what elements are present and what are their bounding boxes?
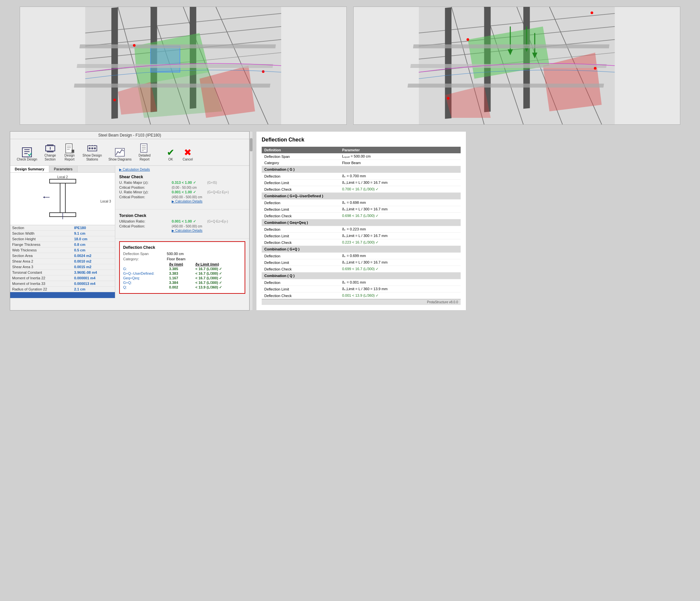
combination-row: Deflection Check0.698 < 16.7 (L/300) ✓	[262, 213, 461, 219]
combination-row: Deflectionδᵥ = 0.001 mm	[262, 279, 461, 286]
section-prop-row: SectionIPE180	[10, 225, 115, 231]
content-area: Design Summary Parameters Local 2 Local …	[10, 166, 249, 298]
section-prop-row: Moment of Inertia 330.000013 m4	[10, 281, 115, 286]
right-panel-title: Deflection Check	[262, 137, 461, 143]
footer-text: ProtaStructure v8.0.0	[427, 300, 458, 304]
ok-button[interactable]: ✔ OK	[163, 146, 179, 163]
shear-minor-row: U. Ratio Minor (y): 0.001 < 1.00 ✓ (G+Q+…	[119, 190, 245, 194]
torsion-check-section: Torsion Check Utilization Ratio: 0.001 <…	[115, 211, 249, 237]
col-parameter: Parameter	[340, 147, 461, 153]
combination-row: Deflection Check0.699 < 16.7 (L/300) ✓	[262, 266, 461, 272]
svg-point-22	[113, 98, 116, 101]
combination-row: Deflectionδᵥ = 0.223 mm	[262, 226, 461, 233]
section-properties-table: SectionIPE180Section Width9.1 cmSection …	[10, 225, 115, 292]
design-report-icon	[64, 143, 75, 154]
deflection-row: G+Q--UserDefined:3.383< 16.7 (L/300) ✓	[123, 272, 241, 276]
combination-header: Combination ( G+Q )	[262, 246, 461, 253]
divider-1	[115, 209, 249, 209]
right-basic-row: CategoryFloor Beam	[262, 160, 461, 166]
svg-rect-63	[72, 150, 74, 153]
combination-row: Deflection Limitδᵥ,Limit = L / 300 = 16.…	[262, 206, 461, 213]
svg-point-47	[467, 38, 469, 41]
section-prop-row: Moment of Inertia 220.000001 m4	[10, 275, 115, 281]
shear-check-title: Shear Check	[119, 175, 245, 179]
combination-row: Deflection Limitδᵥ,Limit = L / 360 = 13.…	[262, 286, 461, 293]
scrollbar-thumb[interactable]	[250, 138, 252, 151]
show-diagrams-button[interactable]: Show Diagrams	[106, 146, 134, 163]
detailed-report-label: DetailedReport	[139, 154, 151, 161]
deflection-row: Q:0.002< 13.9 (L/360) ✓	[123, 285, 241, 290]
svg-rect-19	[74, 84, 270, 87]
show-diagrams-icon	[115, 147, 125, 157]
svg-rect-45	[410, 64, 607, 68]
check-design-button[interactable]: Check Design	[14, 146, 40, 163]
scrollbar[interactable]	[250, 131, 253, 310]
svg-point-48	[594, 67, 597, 70]
shear-check-section: Shear Check U. Ratio Major (z): 0.313 < …	[115, 172, 249, 208]
detailed-report-button[interactable]: DetailedReport	[135, 142, 154, 163]
main-left-panel: Steel Beam Design - F103 (IPE180) Check …	[10, 131, 250, 310]
change-section-icon	[45, 143, 55, 154]
tab-design-summary[interactable]: Design Summary	[10, 166, 49, 172]
combination-row: Deflection Check0.700 < 16.7 (L/300) ✓	[262, 186, 461, 193]
calc-details-link-shear[interactable]: ▶ Calculation Details	[172, 200, 245, 203]
combination-header: Combination ( G+Q--UserDefined )	[262, 193, 461, 200]
design-report-button[interactable]: DesignReport	[60, 142, 78, 163]
combination-row: Deflection Check0.001 < 13.9 (L/360) ✓	[262, 293, 461, 299]
section-drawing: Local 2 Local 3	[10, 173, 115, 225]
ibeam-drawing	[43, 176, 82, 222]
combination-row: Deflection Limitδᵥ,Limit = L / 300 = 16.…	[262, 259, 461, 266]
section-prop-row: Section Width9.1 cm	[10, 231, 115, 236]
calc-details-link-torsion[interactable]: ▶ Calculation Details	[172, 229, 245, 232]
beam-svg-1	[20, 7, 346, 124]
svg-rect-78	[60, 183, 65, 213]
deflection-category-info: Category: Floor Beam	[123, 257, 241, 261]
shear-major-pos-row: Critical Position: (0.00 - 50.00) cm	[119, 185, 245, 190]
deflection-rows: G:3.385< 16.7 (L/300) ✓G+Q--UserDefined:…	[123, 267, 241, 290]
col-definition: Definition	[262, 147, 340, 153]
check-design-label: Check Design	[17, 157, 37, 161]
beam-view-1	[20, 6, 347, 125]
svg-marker-81	[43, 196, 45, 198]
svg-rect-72	[141, 144, 147, 152]
checks-panel: ▶ Calculation Details Shear Check U. Rat…	[115, 166, 249, 298]
ok-label: OK	[169, 157, 173, 161]
footer-bar: ProtaStructure v8.0.0	[262, 299, 461, 305]
tab-parameters[interactable]: Parameters	[49, 166, 77, 172]
right-basic-row: Deflection SpanLₛₚₐₙ = 500.00 cm	[262, 153, 461, 160]
svg-rect-51	[22, 148, 31, 157]
section-prop-row: Section Area0.0024 m2	[10, 253, 115, 259]
combination-header: Combination ( Q )	[262, 272, 461, 279]
deflection-row: Geq+Qeq:1.167< 16.7 (L/300) ✓	[123, 276, 241, 280]
svg-rect-77	[50, 179, 76, 183]
svg-rect-44	[413, 44, 609, 48]
deflection-table-header: δv (mm) δv Limit (mm)	[123, 262, 241, 266]
cancel-button[interactable]: ✖ Cancel	[180, 146, 196, 163]
beam-view-2	[353, 6, 680, 125]
section-prop-row: Shear Area 30.0015 m2	[10, 264, 115, 270]
shear-minor-pos-row: Critical Position: (450.00 - 500.00) cm	[119, 195, 245, 199]
combination-header: Combination ( G )	[262, 166, 461, 173]
combination-header: Combination ( Geq+Qeq )	[262, 219, 461, 226]
deflection-row: G:3.385< 16.7 (L/300) ✓	[123, 267, 241, 271]
show-design-stations-button[interactable]: Show DesignStations	[80, 142, 104, 163]
design-report-label: DesignReport	[64, 154, 75, 161]
deflection-check-title: Deflection Check	[123, 245, 241, 250]
detailed-report-icon	[139, 143, 150, 154]
deflection-span-info: Deflection Span 500.00 cm	[123, 252, 241, 256]
svg-rect-59	[66, 144, 72, 153]
section-prop-row: Flange Thickness0.8 cm	[10, 242, 115, 248]
right-deflection-panel: Deflection Check Definition Parameter De…	[256, 131, 466, 310]
section-prop-row: Torsional Constant3.960E-08 m4	[10, 270, 115, 275]
svg-rect-18	[77, 64, 273, 68]
svg-point-66	[91, 147, 93, 149]
check-design-icon	[22, 147, 32, 157]
calc-details-link-top[interactable]: ▶ Calculation Details	[119, 168, 245, 171]
svg-point-67	[94, 147, 96, 149]
right-deflection-table: Definition Parameter Deflection SpanLₛₚₐ…	[262, 147, 461, 299]
section-prop-row: Radius of Gyration 222.1 cm	[10, 286, 115, 292]
svg-rect-71	[115, 148, 124, 156]
svg-point-50	[447, 97, 449, 99]
combination-row: Deflection Check0.223 < 16.7 (L/300) ✓	[262, 239, 461, 246]
change-section-button[interactable]: ChangeSection	[41, 142, 59, 163]
